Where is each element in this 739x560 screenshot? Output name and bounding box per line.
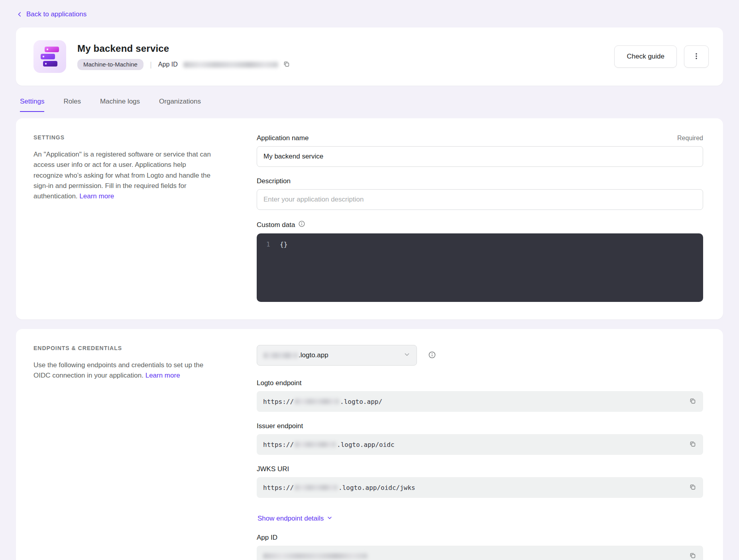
tenant-info-button[interactable] (426, 349, 438, 362)
copy-app-id-button[interactable] (281, 59, 291, 70)
copy-icon (689, 441, 696, 448)
back-to-applications-link[interactable]: Back to applications (17, 10, 86, 18)
tenant-subdomain-redacted (263, 352, 298, 358)
meta-divider: | (150, 60, 152, 69)
editor-line-number: 1 (266, 241, 280, 248)
settings-section-description: An "Application" is a registered softwar… (33, 151, 211, 200)
app-id-label: App ID (158, 61, 178, 68)
copy-app-id-field-button[interactable] (688, 550, 698, 560)
app-type-badge: Machine-to-Machine (77, 59, 143, 70)
app-id-value-redacted (183, 62, 278, 68)
kebab-icon (693, 53, 700, 61)
endpoint-prefix: https:// (263, 398, 294, 405)
copy-icon (689, 397, 696, 405)
app-icon (33, 40, 66, 73)
copy-logto-endpoint-button[interactable] (688, 396, 698, 407)
chevron-down-icon (404, 351, 410, 360)
tab-organizations[interactable]: Organizations (159, 98, 201, 112)
endpoint-suffix: .logto.app/oidc (337, 441, 395, 448)
app-header-card: My backend service Machine-to-Machine | … (16, 27, 723, 86)
page-title: My backend service (77, 43, 291, 54)
settings-section-title: SETTINGS (33, 134, 217, 141)
editor-content: {} (280, 241, 287, 248)
custom-data-label: Custom data (257, 221, 295, 229)
endpoint-prefix: https:// (263, 441, 294, 448)
issuer-endpoint-label: Issuer endpoint (257, 422, 303, 430)
back-link-label: Back to applications (26, 10, 86, 18)
copy-issuer-endpoint-button[interactable] (688, 439, 698, 450)
jwks-uri-field: https:// .logto.app/oidc/jwks (257, 477, 703, 498)
endpoint-host-redacted (295, 485, 338, 490)
tenant-domain-select[interactable]: .logto.app (257, 345, 417, 366)
info-icon (428, 351, 436, 360)
settings-learn-more-link[interactable]: Learn more (79, 192, 114, 200)
custom-data-editor[interactable]: 1 {} (257, 233, 703, 302)
endpoints-section-title: ENDPOINTS & CREDENTIALS (33, 345, 217, 351)
endpoints-learn-more-link[interactable]: Learn more (145, 372, 180, 379)
tab-machine-logs[interactable]: Machine logs (100, 98, 140, 112)
tenant-domain-suffix: .logto.app (299, 351, 328, 359)
check-guide-button[interactable]: Check guide (614, 45, 677, 68)
copy-icon (689, 484, 696, 491)
endpoints-card: ENDPOINTS & CREDENTIALS Use the followin… (16, 329, 723, 560)
issuer-endpoint-field: https:// .logto.app/oidc (257, 434, 703, 455)
more-menu-button[interactable] (684, 45, 709, 68)
endpoint-host-redacted (295, 399, 339, 404)
tab-bar: Settings Roles Machine logs Organization… (20, 98, 723, 112)
show-endpoint-details-link[interactable]: Show endpoint details (257, 515, 332, 523)
copy-icon (689, 552, 696, 560)
tab-settings[interactable]: Settings (20, 98, 44, 112)
description-input[interactable] (257, 189, 703, 210)
copy-icon (283, 61, 290, 69)
required-tag: Required (677, 135, 703, 142)
application-name-label: Application name (257, 134, 309, 142)
show-endpoint-details-label: Show endpoint details (257, 515, 324, 523)
endpoint-prefix: https:// (263, 484, 294, 491)
chevron-left-icon (17, 12, 22, 17)
app-id-value-redacted (263, 553, 368, 559)
application-name-input[interactable] (257, 146, 703, 167)
description-label: Description (257, 177, 291, 185)
logto-endpoint-field: https:// .logto.app/ (257, 391, 703, 412)
jwks-uri-label: JWKS URI (257, 465, 289, 473)
logto-endpoint-label: Logto endpoint (257, 379, 302, 387)
app-id-field (257, 546, 703, 560)
chevron-down-icon (327, 515, 332, 523)
endpoint-host-redacted (295, 442, 336, 447)
endpoint-suffix: .logto.app/ (340, 398, 382, 405)
settings-card: SETTINGS An "Application" is a registere… (16, 118, 723, 319)
info-icon[interactable] (298, 220, 305, 229)
application-details-page: Back to applications (0, 0, 739, 560)
endpoint-suffix: .logto.app/oidc/jwks (338, 484, 415, 491)
copy-jwks-uri-button[interactable] (688, 482, 698, 493)
app-id-field-label: App ID (257, 534, 277, 542)
tab-roles[interactable]: Roles (63, 98, 81, 112)
